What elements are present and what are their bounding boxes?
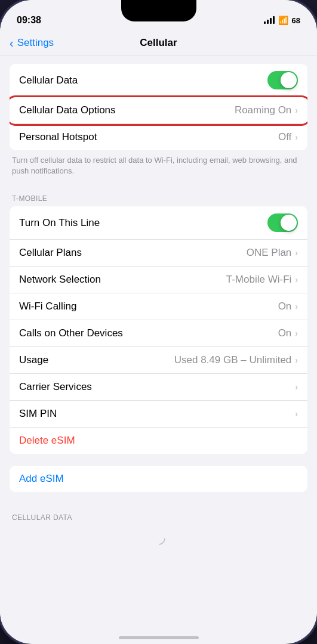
wifi-icon: 📶 bbox=[278, 16, 288, 25]
wifi-calling-label: Wi-Fi Calling bbox=[19, 301, 278, 312]
chevron-icon: › bbox=[295, 302, 298, 311]
toggle-knob bbox=[281, 72, 297, 88]
calls-other-devices-value: On bbox=[278, 327, 292, 339]
chevron-icon: › bbox=[295, 248, 298, 258]
usage-value: Used 8.49 GB – Unlimited bbox=[174, 354, 292, 366]
cellular-plans-row[interactable]: Cellular Plans ONE Plan › bbox=[10, 240, 307, 267]
home-indicator bbox=[119, 636, 199, 639]
chevron-icon: › bbox=[295, 275, 298, 284]
personal-hotspot-label: Personal Hotspot bbox=[19, 131, 278, 143]
network-selection-row[interactable]: Network Selection T-Mobile Wi-Fi › bbox=[10, 267, 307, 293]
cellular-data-label: Cellular Data bbox=[19, 75, 267, 86]
tmobile-settings-group: Turn On This Line Cellular Plans ONE Pla… bbox=[10, 206, 307, 454]
personal-hotspot-row[interactable]: Personal Hotspot Off › bbox=[10, 124, 307, 150]
cellular-data-row[interactable]: Cellular Data bbox=[10, 64, 307, 97]
chevron-icon: › bbox=[295, 132, 298, 142]
nav-bar: ‹ Settings Cellular bbox=[0, 32, 317, 55]
top-section: Cellular Data Cellular Data Options Roam… bbox=[10, 64, 307, 150]
chevron-icon: › bbox=[295, 409, 298, 419]
sim-pin-row[interactable]: SIM PIN › bbox=[10, 401, 307, 428]
cellular-plans-value: ONE Plan bbox=[247, 247, 292, 259]
cellular-data-toggle[interactable] bbox=[267, 71, 298, 89]
carrier-services-row[interactable]: Carrier Services › bbox=[10, 374, 307, 401]
cellular-data-options-wrapper: Cellular Data Options Roaming On › bbox=[10, 97, 307, 124]
personal-hotspot-value: Off bbox=[278, 131, 291, 143]
tmobile-section-label: T-MOBILE bbox=[0, 185, 317, 206]
calls-other-devices-label: Calls on Other Devices bbox=[19, 327, 278, 339]
toggle-knob bbox=[281, 215, 297, 231]
signal-icon bbox=[264, 17, 275, 24]
chevron-icon: › bbox=[295, 382, 298, 392]
description-text: Turn off cellular data to restrict all d… bbox=[0, 150, 317, 185]
add-esim-label: Add eSIM bbox=[19, 473, 298, 485]
back-label: Settings bbox=[17, 37, 54, 49]
usage-row[interactable]: Usage Used 8.49 GB – Unlimited › bbox=[10, 347, 307, 374]
carrier-services-label: Carrier Services bbox=[19, 381, 295, 393]
back-button[interactable]: ‹ Settings bbox=[10, 36, 54, 50]
cellular-data-section-label: CELLULAR DATA bbox=[0, 504, 317, 525]
bottom-spacer bbox=[0, 552, 317, 575]
cellular-plans-label: Cellular Plans bbox=[19, 247, 247, 259]
calls-other-devices-row[interactable]: Calls on Other Devices On › bbox=[10, 320, 307, 347]
sim-pin-label: SIM PIN bbox=[19, 408, 295, 420]
status-bar: 09:38 📶 68 bbox=[0, 0, 317, 32]
chevron-icon: › bbox=[295, 329, 298, 338]
cellular-data-options-value: Roaming On bbox=[235, 104, 291, 116]
battery-icon: 68 bbox=[292, 16, 300, 25]
wifi-calling-value: On bbox=[278, 301, 292, 312]
chevron-left-icon: ‹ bbox=[10, 36, 14, 50]
network-selection-label: Network Selection bbox=[19, 274, 226, 286]
usage-label: Usage bbox=[19, 354, 174, 366]
loading-spinner bbox=[0, 525, 317, 552]
phone-screen: 09:38 📶 68 ‹ S bbox=[0, 0, 317, 644]
content-area: Cellular Data Cellular Data Options Roam… bbox=[0, 55, 317, 634]
cellular-data-options-row[interactable]: Cellular Data Options Roaming On › bbox=[10, 97, 307, 124]
chevron-icon: › bbox=[295, 355, 298, 365]
turn-on-line-label: Turn On This Line bbox=[19, 217, 267, 229]
page-title: Cellular bbox=[140, 37, 177, 49]
notch bbox=[121, 0, 196, 21]
turn-on-line-row[interactable]: Turn On This Line bbox=[10, 206, 307, 240]
delete-esim-label: Delete eSIM bbox=[19, 435, 298, 447]
status-icons: 📶 68 bbox=[264, 16, 300, 25]
top-settings-group: Cellular Data Cellular Data Options Roam… bbox=[10, 64, 307, 150]
status-time: 09:38 bbox=[17, 15, 41, 26]
wifi-calling-row[interactable]: Wi-Fi Calling On › bbox=[10, 293, 307, 320]
add-esim-row[interactable]: Add eSIM bbox=[10, 466, 307, 492]
phone-frame: 09:38 📶 68 ‹ S bbox=[0, 0, 317, 644]
add-esim-group: Add eSIM bbox=[10, 466, 307, 492]
cellular-data-options-label: Cellular Data Options bbox=[19, 104, 235, 116]
turn-on-line-toggle[interactable] bbox=[267, 213, 298, 232]
svg-point-0 bbox=[153, 532, 165, 544]
network-selection-value: T-Mobile Wi-Fi bbox=[226, 274, 292, 286]
delete-esim-row[interactable]: Delete eSIM bbox=[10, 428, 307, 454]
chevron-icon: › bbox=[295, 106, 298, 115]
